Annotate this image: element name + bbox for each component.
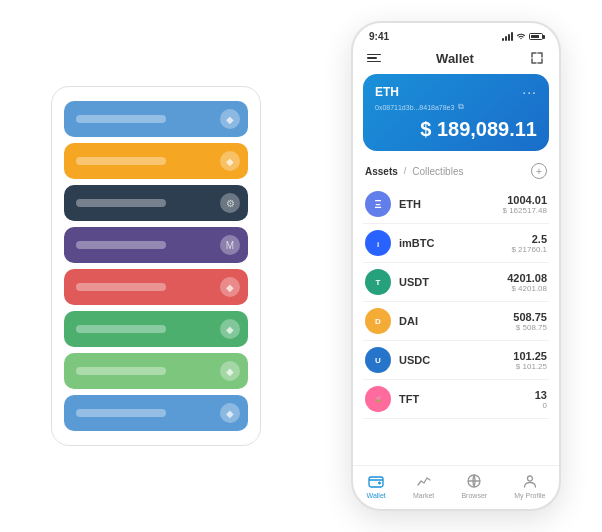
card-item-2[interactable]: ⚙ <box>64 185 248 221</box>
nav-market[interactable]: Market <box>413 472 434 499</box>
tft-asset-icon: 🌷 <box>365 386 391 412</box>
usdc-asset-name: USDC <box>399 354 513 366</box>
svg-point-3 <box>379 482 381 484</box>
usdt-asset-balance: 4201.08 $ 4201.08 <box>507 272 547 293</box>
imbtc-asset-balance: 2.5 $ 21760.1 <box>511 233 547 254</box>
dai-asset-icon: D <box>365 308 391 334</box>
menu-button[interactable] <box>367 54 381 63</box>
market-nav-label: Market <box>413 492 434 499</box>
card-item-0[interactable]: ◆ <box>64 101 248 137</box>
card-label-4 <box>76 283 166 291</box>
assets-header: Assets / Collectibles + <box>353 159 559 183</box>
svg-rect-2 <box>369 477 383 487</box>
card-item-5[interactable]: ◆ <box>64 311 248 347</box>
eth-balance: $ 189,089.11 <box>375 118 537 141</box>
tft-asset-name: TFT <box>399 393 535 405</box>
nav-browser[interactable]: Browser <box>461 472 487 499</box>
usdt-asset-icon: T <box>365 269 391 295</box>
card-icon-4: ◆ <box>220 277 240 297</box>
card-label-0 <box>76 115 166 123</box>
card-item-6[interactable]: ◆ <box>64 353 248 389</box>
assets-tabs: Assets / Collectibles <box>365 166 463 177</box>
asset-list: Ξ ETH 1004.01 $ 162517.48 i imBTC 2.5 <box>353 185 559 465</box>
usdt-asset-name: USDT <box>399 276 507 288</box>
asset-row-dai[interactable]: D DAI 508.75 $ 508.75 <box>363 302 549 341</box>
asset-row-usdc[interactable]: U USDC 101.25 $ 101.25 <box>363 341 549 380</box>
battery-icon <box>529 33 543 40</box>
currency-symbol: $ <box>420 118 437 140</box>
market-nav-icon <box>415 472 433 490</box>
card-item-1[interactable]: ◆ <box>64 143 248 179</box>
nav-profile[interactable]: My Profile <box>514 472 545 499</box>
bottom-nav: Wallet Market <box>353 465 559 509</box>
card-label-3 <box>76 241 166 249</box>
asset-row-eth[interactable]: Ξ ETH 1004.01 $ 162517.48 <box>363 185 549 224</box>
imbtc-asset-name: imBTC <box>399 237 511 249</box>
scene: ◆ ◆ ⚙ M ◆ ◆ ◆ ◆ <box>11 11 591 521</box>
imbtc-amount: 2.5 <box>511 233 547 245</box>
eth-amount: 1004.01 <box>503 194 548 206</box>
header-title: Wallet <box>436 51 474 66</box>
card-icon-1: ◆ <box>220 151 240 171</box>
wallet-nav-label: Wallet <box>367 492 386 499</box>
eth-more-button[interactable]: ··· <box>522 84 537 100</box>
tabs-divider: / <box>404 166 407 176</box>
card-icon-3: M <box>220 235 240 255</box>
usdt-amount: 4201.08 <box>507 272 547 284</box>
tab-assets[interactable]: Assets <box>365 166 398 177</box>
usdc-asset-balance: 101.25 $ 101.25 <box>513 350 547 371</box>
signal-icon <box>502 32 513 41</box>
eth-address: 0x08711d3b...8418a78e3 ⧉ <box>375 102 537 112</box>
nav-wallet[interactable]: Wallet <box>367 472 386 499</box>
profile-nav-label: My Profile <box>514 492 545 499</box>
card-label-1 <box>76 157 166 165</box>
card-item-7[interactable]: ◆ <box>64 395 248 431</box>
eth-usd: $ 162517.48 <box>503 206 548 215</box>
phone-mockup: 9:41 <box>351 21 561 511</box>
card-label-2 <box>76 199 166 207</box>
card-item-4[interactable]: ◆ <box>64 269 248 305</box>
dai-usd: $ 508.75 <box>513 323 547 332</box>
imbtc-usd: $ 21760.1 <box>511 245 547 254</box>
usdt-usd: $ 4201.08 <box>507 284 547 293</box>
card-icon-5: ◆ <box>220 319 240 339</box>
imbtc-asset-icon: i <box>365 230 391 256</box>
asset-row-imbtc[interactable]: i imBTC 2.5 $ 21760.1 <box>363 224 549 263</box>
eth-asset-balance: 1004.01 $ 162517.48 <box>503 194 548 215</box>
dai-amount: 508.75 <box>513 311 547 323</box>
profile-nav-icon <box>521 472 539 490</box>
eth-asset-icon: Ξ <box>365 191 391 217</box>
status-bar: 9:41 <box>353 23 559 46</box>
expand-icon[interactable] <box>529 50 545 66</box>
wifi-icon <box>516 32 526 42</box>
tab-collectibles[interactable]: Collectibles <box>412 166 463 177</box>
eth-asset-name: ETH <box>399 198 503 210</box>
card-stack: ◆ ◆ ⚙ M ◆ ◆ ◆ ◆ <box>51 86 261 446</box>
card-icon-2: ⚙ <box>220 193 240 213</box>
card-icon-7: ◆ <box>220 403 240 423</box>
usdc-usd: $ 101.25 <box>513 362 547 371</box>
asset-row-tft[interactable]: 🌷 TFT 13 0 <box>363 380 549 419</box>
card-label-7 <box>76 409 166 417</box>
browser-nav-icon <box>465 472 483 490</box>
phone-header: Wallet <box>353 46 559 74</box>
card-item-3[interactable]: M <box>64 227 248 263</box>
usdc-amount: 101.25 <box>513 350 547 362</box>
tft-asset-balance: 13 0 <box>535 389 547 410</box>
card-icon-0: ◆ <box>220 109 240 129</box>
svg-text:i: i <box>377 240 379 249</box>
eth-balance-card[interactable]: ETH ··· 0x08711d3b...8418a78e3 ⧉ $ 189,0… <box>363 74 549 151</box>
dai-asset-name: DAI <box>399 315 513 327</box>
eth-card-header: ETH ··· <box>375 84 537 100</box>
add-asset-button[interactable]: + <box>531 163 547 179</box>
status-icons <box>502 32 543 42</box>
wallet-nav-icon <box>367 472 385 490</box>
card-label-5 <box>76 325 166 333</box>
asset-row-usdt[interactable]: T USDT 4201.08 $ 4201.08 <box>363 263 549 302</box>
copy-icon[interactable]: ⧉ <box>458 102 464 112</box>
browser-nav-label: Browser <box>461 492 487 499</box>
tft-amount: 13 <box>535 389 547 401</box>
card-label-6 <box>76 367 166 375</box>
tft-usd: 0 <box>535 401 547 410</box>
card-icon-6: ◆ <box>220 361 240 381</box>
